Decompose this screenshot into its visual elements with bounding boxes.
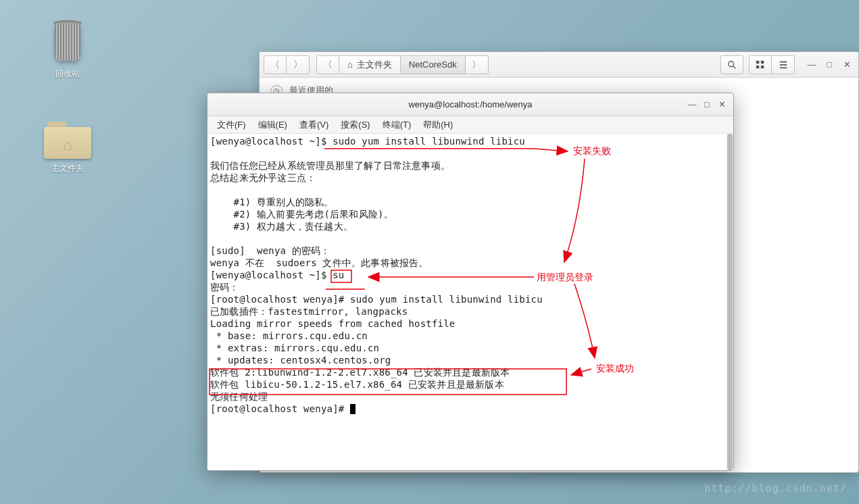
terminal-menubar: 文件(F) 编辑(E) 查看(V) 搜索(S) 终端(T) 帮助(H) — [207, 116, 733, 134]
fm-close-button[interactable]: ✕ — [839, 57, 854, 72]
desktop-icon-home[interactable]: ⌂ 主文件夹 — [41, 122, 95, 174]
view-grid-button[interactable] — [749, 55, 772, 74]
home-folder-label: 主文件夹 — [51, 163, 84, 174]
grid-icon — [756, 60, 765, 70]
tl-8: #3) 权力越大，责任越大。 — [210, 221, 353, 232]
terminal-content: [wenya@localhost ~]$ sudo yum install li… — [207, 134, 727, 470]
terminal-titlebar[interactable]: wenya@localhost:/home/wenya ― □ ✕ — [207, 93, 733, 116]
menu-help[interactable]: 帮助(H) — [418, 117, 458, 133]
tl-20: 软件包 2:libunwind-1.2-2.el7.x86_64 已安装并且是最… — [210, 367, 510, 378]
tl-10: [sudo] wenya 的密码： — [210, 245, 330, 256]
fm-maximize-button[interactable]: □ — [822, 57, 837, 72]
tl-3: 我们信任您已经从系统管理员那里了解了日常注意事项。 — [210, 160, 450, 171]
desktop-icon-trash[interactable]: 回收站 — [41, 20, 95, 80]
home-icon: ⌂ — [347, 59, 353, 70]
tl-17: * base: mirrors.cqu.edu.cn — [210, 330, 368, 341]
path-prev-button[interactable]: 〈 — [316, 55, 339, 74]
terminal-body[interactable]: [wenya@localhost ~]$ sudo yum install li… — [207, 134, 733, 470]
tl-6: #1) 尊重别人的隐私。 — [210, 197, 334, 207]
file-manager-titlebar[interactable]: 〈 〉 〈 ⌂ 主文件夹 NetCoreSdk 〉 ― □ — [260, 52, 858, 78]
path-next-button[interactable]: 〉 — [466, 55, 489, 74]
trash-label: 回收站 — [55, 68, 80, 80]
tl-19: * updates: centosx4.centos.org — [210, 355, 391, 366]
terminal-scrollbar[interactable] — [727, 134, 733, 470]
tl-16: Loading mirror speeds from cached hostfi… — [210, 318, 455, 329]
nav-back-button[interactable]: 〈 — [264, 55, 287, 74]
svg-point-0 — [729, 61, 734, 66]
trash-icon — [48, 20, 87, 64]
view-list-button[interactable] — [772, 55, 795, 74]
tl-22: 无须任何处理 — [210, 391, 268, 402]
term-close-button[interactable]: ✕ — [714, 97, 729, 112]
tl-12: [wenya@localhost ~]$ su — [210, 270, 344, 280]
path-segment-current[interactable]: NetCoreSdk — [401, 55, 466, 74]
menu-terminal[interactable]: 终端(T) — [377, 117, 417, 133]
home-glyph-icon: ⌂ — [63, 136, 72, 154]
tl-1: [wenya@localhost ~]$ sudo yum install li… — [210, 136, 525, 147]
tl-7: #2) 输入前要先考虑(后果和风险)。 — [210, 209, 393, 220]
term-maximize-button[interactable]: □ — [700, 97, 714, 112]
tl-13: 密码： — [210, 282, 239, 293]
tl-18: * extras: mirrors.cqu.edu.cn — [210, 343, 379, 353]
search-icon — [727, 60, 737, 70]
svg-rect-4 — [756, 65, 759, 68]
tl-14: [root@localhost wenya]# sudo yum install… — [210, 294, 543, 305]
menu-edit[interactable]: 编辑(E) — [253, 117, 293, 133]
tl-11: wenya 不在 sudoers 文件中。此事将被报告。 — [210, 257, 428, 268]
menu-file[interactable]: 文件(F) — [212, 117, 251, 133]
menu-search[interactable]: 搜索(S) — [335, 117, 375, 133]
path-segment-home[interactable]: ⌂ 主文件夹 — [339, 55, 401, 74]
search-button[interactable] — [720, 55, 743, 74]
terminal-window: wenya@localhost:/home/wenya ― □ ✕ 文件(F) … — [207, 93, 734, 471]
svg-line-1 — [733, 66, 736, 68]
terminal-title: wenya@localhost:/home/wenya — [408, 99, 532, 109]
folder-icon: ⌂ — [44, 122, 91, 159]
tl-15: 已加载插件：fastestmirror, langpacks — [210, 306, 408, 317]
list-icon — [779, 60, 788, 70]
fm-minimize-button[interactable]: ― — [804, 57, 819, 72]
cursor-icon — [350, 404, 355, 414]
tl-21: 软件包 libicu-50.1.2-15.el7.x86_64 已安装并且是最新… — [210, 379, 504, 390]
nav-forward-button[interactable]: 〉 — [287, 55, 310, 74]
watermark-text: http://blog.csdn.net/ — [704, 482, 847, 495]
menu-view[interactable]: 查看(V) — [294, 117, 334, 133]
svg-rect-3 — [761, 60, 764, 63]
path-current-label: NetCoreSdk — [409, 59, 457, 70]
term-minimize-button[interactable]: ― — [685, 97, 700, 112]
tl-23: [root@localhost wenya]# — [210, 403, 350, 414]
tl-4: 总结起来无外乎这三点： — [210, 172, 316, 183]
path-bar: 〈 ⌂ 主文件夹 NetCoreSdk 〉 — [316, 55, 489, 74]
svg-rect-2 — [756, 60, 759, 63]
path-home-label: 主文件夹 — [357, 59, 392, 71]
svg-rect-5 — [761, 65, 764, 68]
